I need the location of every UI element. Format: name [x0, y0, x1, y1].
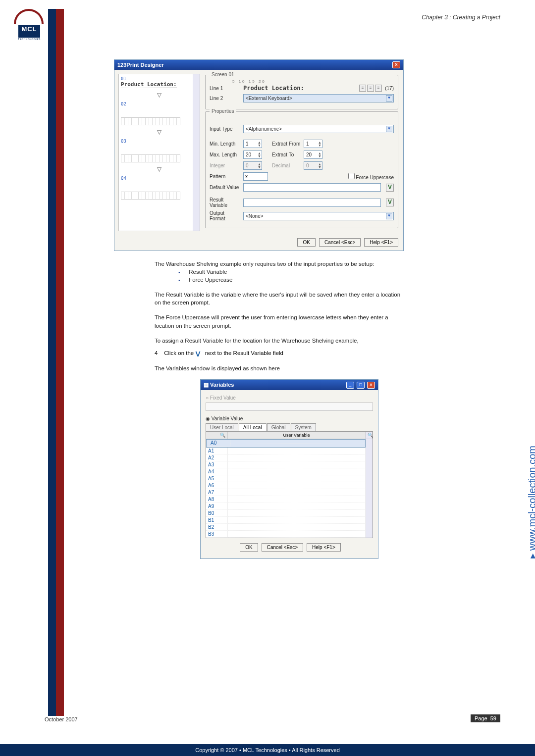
pattern-input[interactable] [243, 172, 268, 181]
ruler: 5 10 15 20 [232, 79, 394, 84]
fixed-value-radio[interactable]: Fixed Value [206, 395, 373, 401]
force-uppercase-label: Force Uppercase [356, 175, 394, 180]
max-length-stepper[interactable]: 20▲▼ [243, 151, 262, 159]
paragraph-5: The Variables window is displayed as sho… [155, 364, 402, 372]
table-row[interactable]: A0 [206, 439, 366, 448]
pattern-label: Pattern [210, 174, 240, 179]
line1-text: Product Location: [243, 85, 304, 92]
output-format-select[interactable]: <None>▼ [243, 212, 394, 220]
table-row[interactable]: A4 [206, 468, 366, 475]
close-icon[interactable]: × [392, 61, 400, 68]
table-row[interactable]: A7 [206, 489, 366, 496]
variable-value-radio[interactable]: Variable Value [206, 416, 373, 421]
tab-user-local[interactable]: User Local [206, 423, 238, 431]
search-icon[interactable]: 🔍 [366, 432, 373, 439]
variable-picker-button[interactable]: V [386, 184, 394, 192]
char-count: (17) [385, 86, 394, 91]
chevron-down-icon: ▼ [386, 126, 392, 132]
step-number: 4 [155, 350, 158, 356]
tab-system[interactable]: System [291, 423, 316, 431]
table-row[interactable]: A2 [206, 454, 366, 461]
minimize-icon[interactable]: _ [346, 382, 354, 389]
footer-page: Page 59 [471, 714, 500, 722]
cancel-button[interactable]: Cancel <Esc> [262, 543, 303, 552]
fixed-value-input [206, 403, 373, 411]
chevron-down-icon: ▼ [386, 213, 392, 219]
variable-picker-button[interactable]: V [386, 199, 394, 206]
min-length-label: Min. Length [210, 141, 240, 147]
cancel-button[interactable]: Cancel <Esc> [319, 238, 361, 247]
align-buttons[interactable]: ≡≡≡ [359, 85, 382, 92]
mcl-logo: MCL TECHNOLOGIES [14, 9, 45, 40]
row-num-01: 01 [121, 76, 198, 81]
table-row[interactable]: A5 [206, 475, 366, 482]
force-uppercase-checkbox[interactable] [348, 173, 355, 179]
maximize-icon[interactable]: □ [357, 382, 365, 389]
line2-select[interactable]: <External Keyboard>▼ [243, 94, 394, 102]
table-row[interactable]: A1 [206, 448, 366, 454]
ok-button[interactable]: OK [240, 543, 258, 552]
window-titlebar: 123Print Designer × [114, 60, 403, 70]
window-title: 123Print Designer [117, 62, 164, 68]
decimal-stepper: 0▲▼ [304, 161, 322, 170]
input-type-label: Input Type [210, 126, 240, 132]
result-variable-input[interactable] [243, 199, 381, 207]
tab-global[interactable]: Global [267, 423, 290, 431]
min-length-stepper[interactable]: 1▲▼ [243, 140, 262, 148]
row-num-04: 04 [121, 176, 198, 181]
chapter-title: Chapter 3 : Creating a Project [422, 14, 500, 21]
paragraph-3: The Force Uppercase will prevent the use… [155, 313, 402, 329]
extract-to-stepper[interactable]: 20▲▼ [304, 151, 322, 159]
default-value-input[interactable] [243, 183, 381, 192]
integer-stepper: 0▲▼ [243, 161, 262, 170]
table-row[interactable]: B1 [206, 517, 366, 524]
print-designer-window: 123Print Designer × 01 Product Location:… [114, 59, 404, 251]
side-strip [48, 9, 64, 716]
ok-button[interactable]: OK [297, 238, 315, 247]
close-icon[interactable]: × [367, 382, 375, 389]
line2-label: Line 2 [210, 96, 240, 101]
row-num-02: 02 [121, 101, 198, 106]
variables-titlebar: ▦ Variables _ □ × [201, 380, 378, 390]
row-num-03: 03 [121, 139, 198, 144]
decimal-label: Decimal [272, 163, 301, 168]
arrow-down-icon: ▽ [121, 127, 198, 137]
screen-fieldset: Screen 01 5 10 15 20 Line 1 Product Loca… [205, 75, 398, 109]
integer-label: Integer [210, 163, 240, 168]
result-variable-label: Result Variable [210, 197, 240, 208]
tab-all-local[interactable]: All Local [239, 423, 267, 431]
arrow-down-icon: ▽ [121, 164, 198, 174]
help-button[interactable]: Help <F1> [307, 543, 341, 552]
search-icon[interactable]: 🔍 [206, 432, 228, 439]
v-icon: V [195, 350, 203, 357]
scrollbar[interactable] [366, 439, 373, 538]
side-url: www.mcl-collection.com [526, 446, 535, 558]
variable-tabs: User Local All Local Global System [206, 423, 373, 431]
column-user-variable: User Variable [228, 432, 366, 439]
help-button[interactable]: Help <F1> [364, 238, 398, 247]
extract-from-stepper[interactable]: 1▲▼ [304, 140, 322, 148]
line1-label: Line 1 [210, 86, 240, 91]
table-row[interactable]: B0 [206, 510, 366, 517]
table-row[interactable]: A6 [206, 482, 366, 489]
table-row[interactable]: A9 [206, 503, 366, 510]
properties-legend: Properties [210, 108, 236, 114]
paragraph-4: To assign a Result Variable for the loca… [155, 337, 402, 345]
output-format-label: Output Format [210, 210, 240, 221]
paragraph-2: The Result Variable is the variable wher… [155, 291, 402, 306]
table-row[interactable]: B2 [206, 524, 366, 531]
variables-title: Variables [210, 382, 234, 388]
properties-fieldset: Properties Input Type <Alphanumeric>▼ Mi… [205, 111, 398, 228]
max-length-label: Max. Length [210, 152, 240, 157]
bullet-result-variable: Result Variable [178, 268, 402, 276]
scrollbar[interactable] [193, 74, 200, 231]
preview-panel: 01 Product Location: ▽ 02 ▽ 03 ▽ 04 [118, 74, 200, 231]
logo-subtext: TECHNOLOGIES [14, 38, 45, 41]
input-type-select[interactable]: <Alphanumeric>▼ [243, 125, 394, 133]
arrow-down-icon: ▽ [121, 90, 198, 100]
footer-copyright: Copyright © 2007 • MCL Technologies • Al… [0, 744, 535, 756]
table-row[interactable]: A3 [206, 461, 366, 468]
table-row[interactable]: A8 [206, 496, 366, 503]
table-row[interactable]: B3 [206, 531, 366, 538]
bullet-force-uppercase: Force Uppercase [178, 276, 402, 284]
